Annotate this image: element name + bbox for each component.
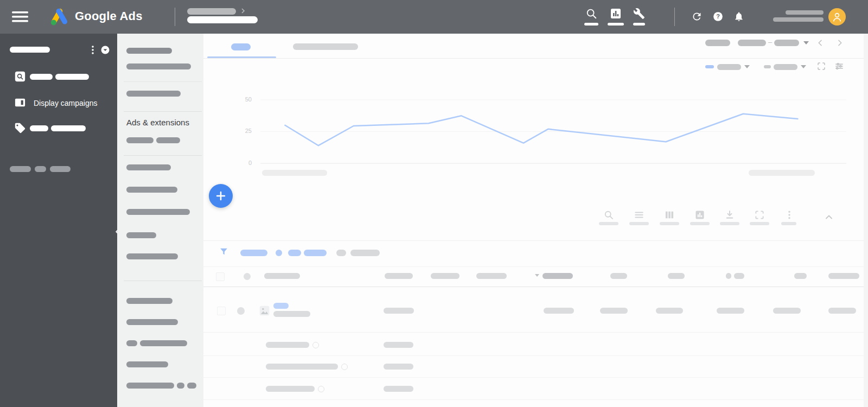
account-selector-placeholder[interactable] [10, 47, 50, 53]
select-all-checkbox[interactable] [216, 272, 225, 281]
main-content [203, 34, 868, 407]
subnav-item-placeholder[interactable] [126, 164, 171, 170]
toolbar-label-placeholder [599, 222, 618, 225]
metric2-selector-placeholder[interactable] [774, 64, 797, 70]
summary-help-icon[interactable] [312, 342, 319, 348]
chart-icon[interactable] [694, 209, 705, 220]
subnav-item-placeholder[interactable] [126, 253, 178, 259]
date-range-start-placeholder[interactable] [738, 40, 766, 46]
column-header-placeholder[interactable] [794, 273, 807, 279]
date-next-chevron-icon[interactable] [835, 39, 844, 47]
help-icon[interactable]: ? [712, 11, 724, 22]
cell-value-placeholder [544, 308, 574, 314]
subnav: Ads & extensions [117, 34, 203, 407]
subnav-item-ads-extensions[interactable]: Ads & extensions [126, 118, 189, 127]
subnav-subitem-placeholder[interactable] [156, 137, 180, 143]
sidebar-item-shopping-campaigns[interactable] [0, 121, 117, 136]
subnav-item-placeholder[interactable] [140, 340, 187, 346]
date-range-caret-icon[interactable] [803, 41, 809, 44]
subnav-item-placeholder[interactable] [177, 383, 184, 389]
date-range-end-placeholder[interactable] [774, 40, 799, 46]
summary-help-icon[interactable] [318, 386, 324, 392]
subnav-item-placeholder[interactable] [187, 383, 196, 389]
segment-icon[interactable] [634, 209, 644, 220]
filter-chip-dot-placeholder[interactable] [276, 250, 282, 256]
reports-icon[interactable] [609, 7, 622, 20]
subnav-item-placeholder[interactable] [126, 232, 156, 238]
row-checkbox[interactable] [217, 307, 226, 315]
subnav-item-placeholder[interactable] [126, 63, 191, 69]
column-header-placeholder[interactable] [668, 273, 685, 279]
add-button[interactable] [209, 184, 233, 208]
metric1-caret-icon[interactable] [744, 65, 750, 68]
column-header-placeholder[interactable] [385, 273, 413, 279]
breadcrumb-current-placeholder[interactable] [187, 16, 258, 23]
refresh-icon[interactable] [691, 11, 703, 22]
column-header-placeholder[interactable] [264, 273, 300, 279]
more-icon[interactable] [784, 209, 795, 220]
sidebar-item-search-campaigns[interactable] [0, 69, 117, 85]
notifications-icon[interactable] [733, 10, 744, 23]
subnav-item-placeholder[interactable] [126, 187, 177, 193]
toolbar-label-placeholder [750, 222, 769, 225]
xaxis-label-placeholder [749, 170, 815, 176]
collapse-account-chevron-icon[interactable] [100, 45, 110, 55]
column-header-placeholder[interactable] [610, 273, 627, 279]
scrollbar-track[interactable] [864, 34, 868, 407]
subnav-item-placeholder[interactable] [126, 319, 178, 325]
tab-inactive-placeholder[interactable] [293, 43, 358, 50]
filter-icon[interactable] [219, 246, 228, 257]
chart-fullscreen-icon[interactable] [816, 61, 826, 71]
subnav-item-placeholder[interactable] [126, 340, 137, 346]
topbar: Google Ads ? [0, 0, 868, 34]
ad-description-placeholder [273, 311, 310, 317]
search-icon[interactable] [585, 8, 597, 20]
avatar[interactable] [828, 8, 846, 26]
date-range-label-placeholder[interactable] [705, 40, 730, 46]
filter-chip-placeholder[interactable] [288, 250, 301, 256]
tab-active-placeholder[interactable] [231, 43, 251, 50]
tools-icon[interactable] [633, 8, 645, 20]
date-prev-chevron-icon[interactable] [816, 39, 825, 47]
column-header-sorted-placeholder[interactable] [542, 273, 573, 279]
reports-label-placeholder [608, 23, 624, 26]
toolbar-label-placeholder [720, 222, 739, 225]
expand-icon[interactable] [754, 209, 765, 220]
display-campaigns-icon [14, 97, 26, 108]
subnav-item-placeholder[interactable] [126, 91, 181, 97]
column-header-placeholder[interactable] [431, 273, 459, 279]
subnav-item-placeholder[interactable] [126, 209, 190, 215]
columns-icon[interactable] [664, 209, 675, 220]
table-search-icon[interactable] [603, 209, 614, 220]
subnav-item-placeholder[interactable] [126, 298, 173, 304]
filter-chip-placeholder[interactable] [240, 250, 267, 256]
hamburger-menu-icon[interactable] [12, 10, 28, 23]
subnav-subitem-placeholder[interactable] [126, 137, 154, 143]
add-filter-placeholder[interactable] [350, 250, 380, 256]
tabbar-border [203, 58, 868, 59]
ad-thumbnail-icon[interactable] [259, 305, 270, 316]
column-header-placeholder[interactable] [734, 273, 744, 279]
collapse-chart-chevron-icon[interactable] [824, 212, 834, 222]
breadcrumb-chevron-icon [240, 8, 246, 14]
row-status-dot[interactable] [237, 307, 245, 315]
column-header-placeholder[interactable] [726, 273, 731, 279]
column-header-placeholder[interactable] [476, 273, 507, 279]
metric2-caret-icon[interactable] [801, 65, 806, 68]
status-column-header-dot[interactable] [244, 273, 251, 280]
chart-settings-icon[interactable] [834, 61, 844, 71]
trend-line-chart[interactable] [260, 92, 846, 174]
subnav-item-placeholder[interactable] [126, 383, 174, 389]
subnav-item-placeholder[interactable] [126, 361, 168, 367]
column-header-placeholder[interactable] [828, 273, 859, 279]
filter-chip-placeholder[interactable] [304, 250, 327, 256]
add-filter-placeholder[interactable] [336, 250, 346, 256]
breadcrumb-placeholder[interactable] [187, 8, 236, 15]
download-icon[interactable] [724, 209, 735, 220]
kebab-menu-icon[interactable] [89, 45, 97, 55]
subnav-item-placeholder[interactable] [126, 48, 172, 54]
summary-help-icon[interactable] [341, 364, 348, 370]
ad-title-link-placeholder[interactable] [273, 303, 289, 309]
metric1-selector-placeholder[interactable] [717, 64, 741, 70]
sidebar-item-display-campaigns[interactable]: Display campaigns [0, 96, 117, 111]
